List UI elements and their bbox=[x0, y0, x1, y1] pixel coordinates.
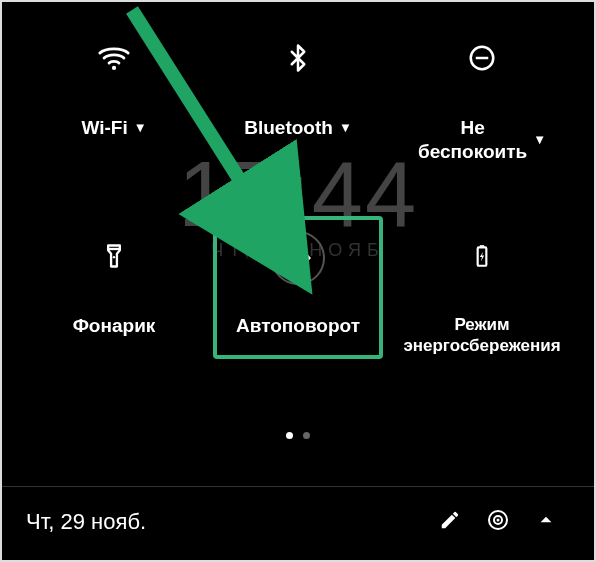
chevron-up-icon bbox=[533, 507, 559, 537]
tile-flashlight[interactable]: Фонарик bbox=[29, 230, 199, 338]
tile-bluetooth[interactable]: Bluetooth ▼ bbox=[213, 32, 383, 140]
chevron-down-icon: ▼ bbox=[134, 121, 147, 134]
autorotate-icon bbox=[271, 231, 325, 285]
tile-label: Bluetooth bbox=[244, 116, 333, 140]
chevron-down-icon: ▼ bbox=[533, 133, 546, 146]
tile-autorotate[interactable]: Автоповорот bbox=[213, 216, 383, 360]
pager-dot bbox=[303, 432, 310, 439]
wifi-icon bbox=[97, 41, 131, 79]
bluetooth-icon bbox=[283, 43, 313, 77]
tile-label: Не беспокоить bbox=[418, 116, 527, 164]
tile-label: Режим энергосбережения bbox=[403, 314, 560, 357]
tile-wifi[interactable]: Wi-Fi ▼ bbox=[29, 32, 199, 140]
pager-dot-active bbox=[286, 432, 293, 439]
battery-saver-icon bbox=[469, 243, 495, 273]
settings-button[interactable] bbox=[474, 498, 522, 546]
do-not-disturb-icon bbox=[467, 43, 497, 77]
flashlight-icon bbox=[100, 242, 128, 274]
svg-point-4 bbox=[113, 256, 115, 258]
tile-label: Автоповорот bbox=[236, 314, 360, 338]
svg-rect-5 bbox=[286, 246, 309, 269]
tile-powersave[interactable]: Режим энергосбережения bbox=[397, 230, 567, 357]
gear-icon bbox=[486, 508, 510, 536]
tile-label: Фонарик bbox=[73, 314, 156, 338]
tile-label: Wi-Fi bbox=[81, 116, 127, 140]
pencil-icon bbox=[439, 509, 461, 535]
edit-button[interactable] bbox=[426, 498, 474, 546]
svg-rect-7 bbox=[480, 245, 484, 247]
svg-point-0 bbox=[112, 66, 116, 70]
tile-dnd[interactable]: Не беспокоить ▼ bbox=[397, 32, 567, 164]
expand-button[interactable] bbox=[522, 498, 570, 546]
svg-point-11 bbox=[497, 519, 500, 522]
chevron-down-icon: ▼ bbox=[339, 121, 352, 134]
footer-date: Чт, 29 нояб. bbox=[26, 509, 146, 535]
page-indicator bbox=[2, 432, 594, 439]
